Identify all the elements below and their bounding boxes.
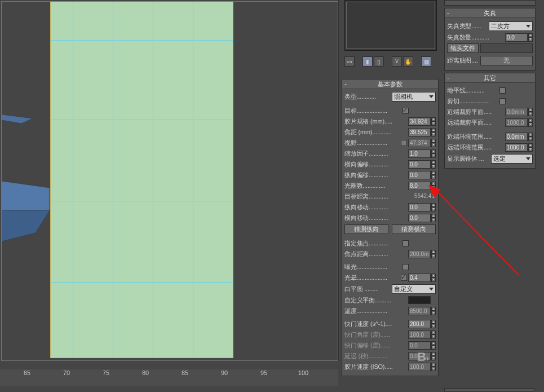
- cust-wb-label: 自定义平衡..........: [344, 296, 408, 305]
- hmove-label: 横向移动............: [344, 214, 408, 222]
- v1-icon[interactable]: Ｖ: [392, 56, 402, 67]
- spinner[interactable]: [431, 341, 436, 350]
- near-clip-field[interactable]: 0.0mm: [505, 108, 528, 116]
- ruler-label: 65: [7, 369, 47, 376]
- spinner[interactable]: [431, 160, 436, 169]
- fov-checkbox[interactable]: [401, 140, 407, 146]
- rollup-header[interactable]: - 失真: [445, 8, 535, 18]
- spec-focus-checkbox[interactable]: [403, 240, 409, 246]
- expo-checkbox[interactable]: [403, 264, 409, 270]
- pin-icon[interactable]: ⊶: [344, 56, 355, 67]
- far-env-field[interactable]: 1000.0: [505, 143, 528, 152]
- preview-toolbar: ⊶ ▮ ▯ Ｖ ✋ ▦: [344, 55, 437, 68]
- vig-field[interactable]: 0.4: [408, 274, 431, 282]
- guess-horizontal-button[interactable]: 猜测横向: [392, 224, 436, 234]
- distort-amount-field[interactable]: 0.0: [505, 33, 528, 42]
- guess-vertical-button[interactable]: 猜测纵向: [344, 224, 388, 234]
- spinner[interactable]: [431, 203, 436, 212]
- lens-file-button[interactable]: 镜头文件: [447, 43, 479, 53]
- film-field[interactable]: 34.924: [408, 117, 431, 126]
- spinner[interactable]: [431, 128, 436, 136]
- spinner[interactable]: [431, 331, 436, 339]
- ruler-label: 70: [47, 369, 86, 376]
- viewport-inner[interactable]: [1, 1, 338, 361]
- rollup-title: 其它: [484, 74, 496, 81]
- collapse-icon[interactable]: -: [447, 8, 449, 17]
- spinner[interactable]: [431, 117, 436, 126]
- spinner[interactable]: [431, 214, 436, 222]
- wb-swatch[interactable]: [408, 296, 431, 304]
- spinner[interactable]: [528, 118, 533, 127]
- viewport[interactable]: [0, 0, 339, 361]
- spinner[interactable]: [528, 108, 533, 116]
- spinner[interactable]: [431, 320, 436, 328]
- horizon-checkbox[interactable]: [499, 87, 506, 94]
- shutter-field[interactable]: 200.0: [408, 320, 431, 328]
- wb-select[interactable]: 自定义: [392, 284, 436, 294]
- spinner[interactable]: [431, 274, 436, 282]
- horizon-label: 地平线............: [447, 86, 499, 95]
- spinner[interactable]: [431, 149, 436, 158]
- zoom-label: 缩放因子............: [344, 149, 408, 158]
- expo-label: 曝光...................: [344, 263, 403, 271]
- clip-checkbox[interactable]: [499, 98, 506, 104]
- zoom-field[interactable]: 1.0: [408, 149, 431, 158]
- far-clip-label: 远端裁剪平面.....: [447, 118, 505, 127]
- v2-icon[interactable]: ✋: [403, 56, 413, 67]
- far-clip-field[interactable]: 1000.0: [505, 118, 528, 127]
- ruler-label: 90: [205, 369, 244, 376]
- shangle-field[interactable]: 180.0: [408, 331, 431, 339]
- rollup-title: 基本参数: [378, 81, 403, 87]
- fstop-label: 光圈数..............: [344, 182, 408, 190]
- cone-select[interactable]: 选定: [491, 154, 533, 164]
- fov-field[interactable]: 47.374: [408, 139, 431, 147]
- distort-amount-label: 失真数量...........: [447, 33, 505, 42]
- spinner[interactable]: [431, 307, 436, 315]
- hshift-field[interactable]: 0.0: [408, 160, 431, 169]
- focal-field[interactable]: 39.525: [408, 128, 431, 136]
- temp-field[interactable]: 6500.0: [408, 307, 431, 315]
- preview-thumbnail[interactable]: [344, 0, 437, 51]
- bar-icon[interactable]: ▮: [362, 56, 373, 67]
- shoff-field[interactable]: 0.0: [408, 341, 431, 350]
- bar2-icon[interactable]: ▯: [374, 56, 384, 67]
- tdist-value: 5642.41: [409, 192, 436, 201]
- type-select[interactable]: 照相机: [392, 92, 436, 102]
- target-checkbox[interactable]: [403, 108, 409, 114]
- rollup-header[interactable]: - 其它: [445, 73, 535, 83]
- fov-label: 视野...................: [344, 139, 401, 147]
- spinner[interactable]: [431, 352, 436, 360]
- spinner[interactable]: [431, 363, 436, 371]
- spinner[interactable]: [431, 182, 436, 190]
- spinner[interactable]: [431, 171, 436, 179]
- ruler-label: 100: [284, 369, 323, 376]
- vmove-field[interactable]: 0.0: [408, 203, 431, 212]
- tdist-label: 目标距离............: [344, 192, 409, 201]
- grid-icon[interactable]: ▦: [421, 56, 431, 67]
- vig-checkbox[interactable]: [401, 275, 407, 281]
- ruler-label: 80: [126, 369, 165, 376]
- focus-dist-label: 焦点距离............: [344, 250, 408, 258]
- spinner[interactable]: [528, 143, 533, 152]
- lens-file-slot[interactable]: [480, 43, 533, 53]
- timeline-ruler[interactable]: 65 70 75 80 85 90 95 100: [0, 369, 338, 386]
- distort-type-select[interactable]: 二次方: [489, 21, 533, 31]
- dist-map-label: 距离贴图....: [447, 56, 479, 65]
- spinner[interactable]: [528, 33, 533, 42]
- rollup-title: 失真: [484, 10, 496, 16]
- near-env-field[interactable]: 0.0mm: [505, 133, 528, 141]
- spinner[interactable]: [431, 250, 436, 258]
- fstop-field[interactable]: 8.0: [408, 182, 431, 190]
- spinner[interactable]: [528, 133, 533, 141]
- iso-label: 胶片速度 (ISO).....: [344, 363, 408, 371]
- clip-label: 剪切...................: [447, 97, 499, 105]
- hmove-field[interactable]: 0.0: [408, 214, 431, 222]
- collapse-icon[interactable]: -: [447, 73, 449, 82]
- focus-dist-field[interactable]: 200.0m: [408, 250, 431, 258]
- collapse-icon[interactable]: -: [344, 80, 347, 89]
- rollup-header[interactable]: - 基本参数: [342, 80, 438, 89]
- vshift-field[interactable]: 0.0: [408, 171, 431, 179]
- dist-map-slot[interactable]: 无: [480, 56, 533, 65]
- type-label: 类型............: [344, 93, 392, 101]
- spinner[interactable]: [431, 139, 436, 147]
